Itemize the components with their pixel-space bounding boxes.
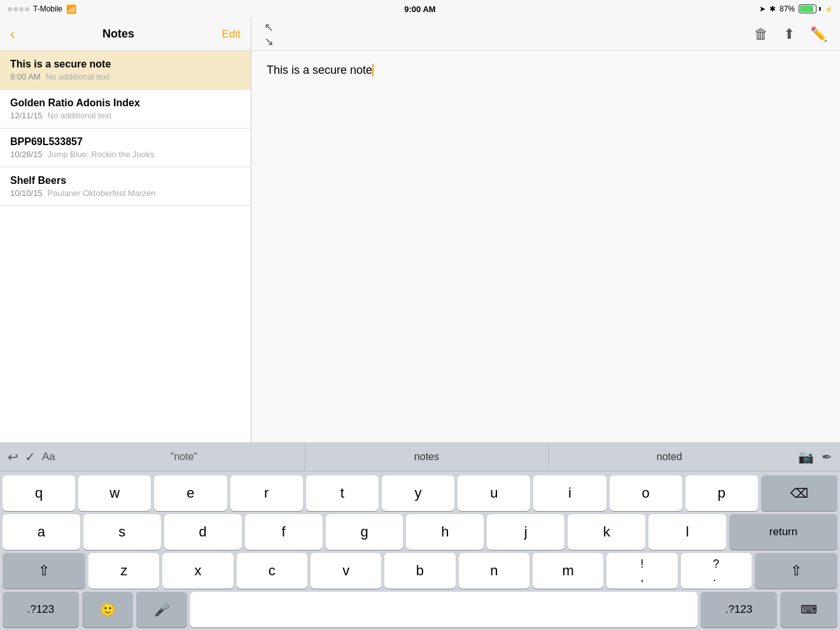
note-meta-2: 12/11/15 No additional text (10, 111, 241, 120)
key-v[interactable]: v (311, 553, 381, 589)
key-b[interactable]: b (384, 553, 455, 589)
suggestion-noted[interactable]: noted (548, 442, 790, 471)
key-r[interactable]: r (230, 475, 303, 511)
share-icon[interactable]: ⬆ (783, 26, 795, 43)
key-y[interactable]: y (382, 475, 454, 511)
key-w[interactable]: w (78, 475, 151, 511)
suggestion-tools: ↩ ✓ Aa (0, 442, 63, 471)
status-bar-right: ➤ ✱ 87% ⚡ (759, 4, 832, 13)
hide-keyboard-key[interactable]: ⌨ (780, 592, 837, 627)
note-toolbar: ↖↘ 🗑 ⬆ ✏️ (251, 18, 840, 51)
edit-button[interactable]: Edit (222, 28, 241, 41)
note-time-3: 10/26/15 (10, 150, 43, 159)
charging-icon: ⚡ (825, 6, 832, 13)
delete-key[interactable]: ⌫ (761, 475, 837, 511)
key-row-3: ⇧ z x c v b n m !, ?. ⇧ (3, 553, 837, 589)
suggestion-notes[interactable]: notes (305, 442, 547, 471)
note-item[interactable]: This is a secure note 9:00 AM No additio… (0, 51, 251, 90)
sidebar-title: Notes (102, 27, 134, 41)
key-u[interactable]: u (458, 475, 530, 511)
shift-right-key[interactable]: ⇧ (755, 553, 837, 589)
key-f[interactable]: f (245, 514, 323, 550)
key-m[interactable]: m (533, 553, 603, 589)
status-bar: T-Mobile 📶 9:00 AM ➤ ✱ 87% ⚡ (0, 0, 840, 18)
battery-indicator (799, 4, 821, 13)
trash-icon[interactable]: 🗑 (754, 26, 768, 43)
carrier-label: T-Mobile (33, 4, 62, 13)
note-title-1: This is a secure note (10, 59, 241, 70)
status-bar-left: T-Mobile 📶 (8, 4, 76, 14)
note-content: This is a secure note (267, 64, 374, 76)
key-q[interactable]: q (3, 475, 75, 511)
key-j[interactable]: j (487, 514, 564, 550)
key-d[interactable]: d (164, 514, 242, 550)
text-cursor (372, 64, 374, 76)
key-c[interactable]: c (237, 553, 307, 589)
numbers-left-key[interactable]: .?123 (3, 592, 79, 627)
key-row-2: a s d f g h j k l return (3, 514, 837, 550)
expand-icon[interactable]: ↖↘ (264, 20, 274, 48)
note-body[interactable]: This is a secure note (251, 51, 840, 442)
key-l[interactable]: l (648, 514, 726, 550)
key-question-period[interactable]: ?. (681, 553, 752, 589)
toolbar-left: ↖↘ (264, 20, 274, 48)
key-e[interactable]: e (154, 475, 227, 511)
hide-keyboard-icon: ⌨ (801, 603, 817, 617)
sidebar-header: ‹ Notes Edit (0, 18, 251, 51)
undo-icon[interactable]: ↩ (8, 449, 18, 465)
key-g[interactable]: g (326, 514, 403, 550)
key-i[interactable]: i (533, 475, 606, 511)
shift-left-key[interactable]: ⇧ (3, 553, 85, 589)
emoji-key[interactable]: 🙂 (82, 592, 133, 627)
key-k[interactable]: k (568, 514, 645, 550)
note-meta-3: 10/26/15 Jump Blue: Rockin the Jooks (10, 150, 241, 159)
note-item[interactable]: Shelf Beers 10/10/15 Paulaner Oktoberfes… (0, 167, 251, 206)
key-n[interactable]: n (459, 553, 529, 589)
back-button[interactable]: ‹ (10, 26, 15, 43)
key-h[interactable]: h (406, 514, 484, 550)
key-p[interactable]: p (685, 475, 758, 511)
key-o[interactable]: o (610, 475, 682, 511)
space-key[interactable] (190, 592, 697, 627)
note-time-4: 10/10/15 (10, 188, 43, 198)
signal-dot-4 (25, 7, 29, 11)
suggestion-quoted[interactable]: "note" (63, 442, 305, 471)
note-preview-3: Jump Blue: Rockin the Jooks (48, 150, 155, 159)
signal-dot-3 (19, 7, 24, 11)
note-item[interactable]: Golden Ratio Adonis Index 12/11/15 No ad… (0, 90, 251, 129)
note-title-2: Golden Ratio Adonis Index (10, 97, 241, 109)
suggestion-right: 📷 ✒ (790, 442, 840, 471)
compose-icon[interactable]: ✏️ (810, 26, 827, 43)
bluetooth-icon: ✱ (769, 4, 776, 13)
key-exclaim-comma[interactable]: !, (606, 553, 677, 589)
status-bar-time: 9:00 AM (404, 4, 435, 14)
pen-scribble-icon[interactable]: ✒ (822, 449, 832, 465)
key-z[interactable]: z (88, 553, 159, 589)
numbers-right-key[interactable]: .?123 (701, 592, 777, 627)
main-content: ‹ Notes Edit This is a secure note 9:00 … (0, 18, 840, 442)
note-meta-1: 9:00 AM No additional text (10, 72, 241, 81)
shift-left-icon: ⇧ (38, 563, 50, 579)
battery-percent: 87% (780, 4, 795, 13)
font-icon[interactable]: Aa (42, 451, 55, 463)
camera-icon[interactable]: 📷 (798, 449, 814, 465)
key-x[interactable]: x (162, 553, 233, 589)
note-item[interactable]: BPP69L533857 10/26/15 Jump Blue: Rockin … (0, 129, 251, 167)
key-row-1: q w e r t y u i o p ⌫ (3, 475, 837, 511)
delete-icon: ⌫ (790, 486, 808, 501)
return-key[interactable]: return (729, 514, 837, 550)
checkmark-icon[interactable]: ✓ (25, 449, 36, 465)
notes-list: This is a secure note 9:00 AM No additio… (0, 51, 251, 442)
keyboard-area: ↩ ✓ Aa "note" notes noted 📷 ✒ q w e r t … (0, 442, 840, 630)
note-preview-1: No additional text (46, 72, 109, 81)
signal-dot-2 (13, 7, 18, 11)
key-t[interactable]: t (306, 475, 379, 511)
toolbar-right: 🗑 ⬆ ✏️ (754, 26, 827, 43)
wifi-icon: 📶 (66, 4, 76, 14)
keyboard-suggestions: ↩ ✓ Aa "note" notes noted 📷 ✒ (0, 442, 840, 472)
mic-key[interactable]: 🎤 (136, 592, 187, 627)
signal-dot-1 (8, 7, 12, 11)
key-s[interactable]: s (83, 514, 161, 550)
key-a[interactable]: a (3, 514, 80, 550)
suggestions-middle: "note" notes noted (63, 442, 790, 471)
